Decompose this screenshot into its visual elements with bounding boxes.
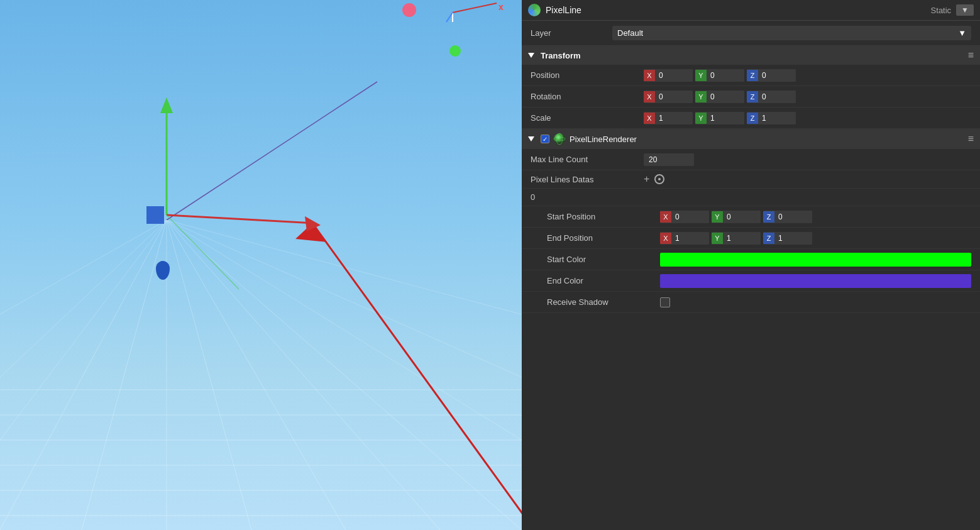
scale-y-group: Y — [695, 112, 744, 124]
start-pos-z-input[interactable] — [774, 211, 812, 223]
pixel-line-index-row: 0 — [522, 189, 980, 206]
receive-shadow-row: Receive Shadow — [522, 292, 980, 313]
y-axis-label: Y — [695, 70, 707, 81]
svg-marker-21 — [295, 223, 327, 242]
inspector-panel: PixelLine Static ▼ Layer Default ▼ Trans… — [522, 0, 980, 530]
svg-line-19 — [167, 82, 377, 220]
sp-z-group: Z — [763, 211, 812, 223]
selected-object[interactable] — [146, 206, 164, 224]
position-z-group: Z — [747, 69, 796, 82]
layer-value: Default — [617, 28, 643, 38]
end-pos-z-input[interactable] — [774, 232, 812, 245]
collapse-arrow-plr — [528, 136, 534, 141]
static-toggle[interactable]: ▼ — [956, 4, 974, 16]
svg-line-13 — [0, 220, 167, 314]
rotation-fields: X Y Z — [644, 91, 971, 103]
scale-z-group: Z — [747, 112, 796, 124]
end-pos-x-input[interactable] — [671, 232, 709, 245]
svg-line-7 — [82, 220, 167, 530]
sz-axis-label: Z — [747, 113, 758, 124]
start-position-label: Start Position — [547, 212, 660, 221]
svg-line-10 — [167, 220, 346, 530]
svg-line-6 — [0, 220, 167, 530]
scale-x-input[interactable] — [655, 112, 693, 124]
ep-z-group: Z — [763, 232, 812, 245]
receive-shadow-checkbox[interactable] — [660, 297, 670, 307]
svg-marker-25 — [305, 216, 321, 231]
object-name[interactable]: PixelLine — [546, 5, 926, 15]
x-axis-label: X — [644, 70, 655, 81]
rotation-label: Rotation — [531, 92, 644, 101]
component-enabled-checkbox[interactable]: ✓ — [541, 135, 549, 143]
object-header: PixelLine Static ▼ — [522, 0, 980, 21]
plr-menu-icon[interactable]: ≡ — [968, 133, 974, 145]
start-color-label: Start Color — [547, 255, 660, 264]
max-line-count-row: Max Line Count — [522, 149, 980, 170]
svg-line-26 — [167, 215, 239, 289]
start-pos-y-input[interactable] — [723, 211, 761, 223]
layer-label: Layer — [531, 28, 606, 38]
rotation-x-group: X — [644, 91, 693, 103]
svg-line-11 — [167, 220, 440, 530]
add-pixel-line-button[interactable]: + — [644, 174, 649, 185]
scale-y-input[interactable] — [707, 112, 744, 124]
ry-axis-label: Y — [695, 91, 707, 102]
position-y-input[interactable] — [707, 69, 744, 82]
checkmark: ✓ — [542, 136, 548, 143]
pink-sphere — [402, 3, 416, 17]
pixel-lines-datas-label: Pixel Lines Datas — [531, 175, 644, 184]
sp-x-group: X — [660, 211, 709, 223]
layer-row: Layer Default ▼ — [522, 21, 980, 46]
svg-line-30 — [446, 13, 453, 22]
pixel-line-renderer-header[interactable]: ✓ PixelLineRenderer ≡ — [522, 129, 980, 149]
svg-point-31 — [554, 133, 565, 145]
epx-label: X — [660, 233, 671, 244]
svg-text:x: x — [498, 2, 504, 12]
start-pos-x-input[interactable] — [671, 211, 709, 223]
ep-y-group: Y — [712, 232, 761, 245]
target-icon[interactable] — [654, 174, 664, 184]
svg-line-12 — [167, 220, 522, 530]
svg-line-20 — [312, 223, 522, 530]
transform-section-header[interactable]: Transform ≡ — [522, 46, 980, 65]
collapse-arrow-transform — [528, 53, 534, 58]
sp-y-group: Y — [712, 211, 761, 223]
scale-z-input[interactable] — [758, 112, 796, 124]
rotation-y-input[interactable] — [707, 91, 744, 103]
spz-label: Z — [763, 211, 774, 223]
viewport: x — [0, 0, 522, 530]
start-color-swatch[interactable] — [660, 253, 971, 267]
static-label: Static — [931, 6, 952, 15]
rotation-z-input[interactable] — [758, 91, 796, 103]
scale-fields: X Y Z — [644, 112, 971, 124]
rotation-row: Rotation X Y Z — [522, 86, 980, 108]
end-position-label: End Position — [547, 233, 660, 243]
spy-label: Y — [712, 211, 723, 223]
svg-line-28 — [453, 3, 497, 13]
rotation-x-input[interactable] — [655, 91, 693, 103]
end-color-swatch[interactable] — [660, 274, 971, 288]
position-z-input[interactable] — [758, 69, 796, 82]
max-line-count-input[interactable] — [644, 153, 694, 166]
position-label: Position — [531, 70, 644, 80]
svg-line-9 — [167, 220, 251, 530]
sy-axis-label: Y — [695, 113, 707, 124]
dropdown-arrow: ▼ — [958, 28, 966, 38]
position-x-input[interactable] — [655, 69, 693, 82]
transform-label: Transform — [541, 51, 581, 60]
svg-line-18 — [167, 220, 522, 440]
green-sphere — [449, 45, 461, 57]
end-pos-y-input[interactable] — [723, 232, 761, 245]
position-x-group: X — [644, 69, 693, 82]
svg-line-17 — [167, 220, 522, 377]
svg-marker-23 — [160, 97, 173, 113]
transform-menu-icon[interactable]: ≡ — [968, 50, 974, 61]
blue-marker — [156, 261, 170, 280]
start-color-row: Start Color — [522, 249, 980, 270]
layer-dropdown[interactable]: Default ▼ — [612, 26, 971, 40]
epz-label: Z — [763, 233, 774, 244]
svg-line-24 — [167, 215, 314, 223]
scale-label: Scale — [531, 113, 644, 123]
pixel-lines-datas-row: Pixel Lines Datas + — [522, 170, 980, 189]
end-position-row: End Position X Y Z — [522, 228, 980, 249]
